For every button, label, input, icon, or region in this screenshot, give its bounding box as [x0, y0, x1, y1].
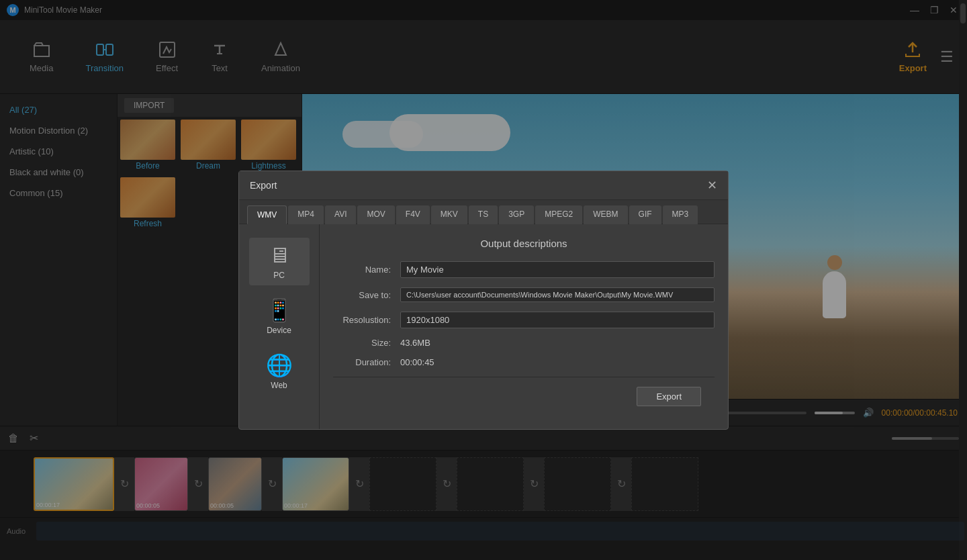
- tab-mp4[interactable]: MP4: [288, 205, 324, 224]
- name-row: Name:: [333, 261, 715, 278]
- tab-mpeg2[interactable]: MPEG2: [535, 205, 582, 224]
- tab-3gp[interactable]: 3GP: [499, 205, 534, 224]
- size-value: 43.6MB: [400, 338, 715, 348]
- web-icon: 🌐: [266, 353, 293, 378]
- dest-web[interactable]: 🌐 Web: [249, 347, 310, 395]
- name-label: Name:: [333, 265, 400, 275]
- duration-row: Duration: 00:00:45: [333, 357, 715, 367]
- size-label: Size:: [333, 338, 400, 348]
- resolution-row: Resolustion: 1920x1080 1280x720 854x480: [333, 312, 715, 328]
- dest-pc[interactable]: 🖥 PC: [249, 238, 310, 285]
- duration-label: Duration:: [333, 357, 400, 367]
- tab-mp3[interactable]: MP3: [663, 205, 698, 224]
- tab-ts[interactable]: TS: [469, 205, 498, 224]
- dialog-body: 🖥 PC 📱 Device 🌐 Web Output descriptions …: [239, 224, 728, 429]
- dest-device[interactable]: 📱 Device: [249, 292, 310, 340]
- device-label: Device: [267, 326, 291, 335]
- export-dialog-button[interactable]: Export: [637, 387, 701, 406]
- duration-value: 00:00:45: [400, 357, 715, 367]
- save-row: Save to:: [333, 287, 715, 302]
- tab-wmv[interactable]: WMV: [247, 205, 287, 224]
- tab-gif[interactable]: GIF: [629, 205, 661, 224]
- dialog-title: Export: [250, 180, 277, 191]
- resolution-label: Resolustion:: [333, 315, 400, 325]
- dialog-header: Export ✕: [239, 171, 728, 200]
- tab-mkv[interactable]: MKV: [431, 205, 467, 224]
- tab-f4v[interactable]: F4V: [396, 205, 430, 224]
- dialog-tabs: WMV MP4 AVI MOV F4V MKV TS 3GP MPEG2 WEB…: [239, 200, 728, 224]
- tab-avi[interactable]: AVI: [325, 205, 356, 224]
- device-icon: 📱: [266, 297, 293, 323]
- export-dialog: Export ✕ WMV MP4 AVI MOV F4V MKV TS 3GP …: [238, 171, 729, 430]
- size-row: Size: 43.6MB: [333, 338, 715, 348]
- web-label: Web: [271, 381, 287, 390]
- dialog-close-button[interactable]: ✕: [707, 178, 717, 193]
- pc-icon: 🖥: [269, 243, 290, 268]
- dialog-destinations: 🖥 PC 📱 Device 🌐 Web: [239, 224, 320, 429]
- tab-mov[interactable]: MOV: [357, 205, 394, 224]
- save-input[interactable]: [400, 287, 715, 302]
- dialog-overlay: Export ✕ WMV MP4 AVI MOV F4V MKV TS 3GP …: [0, 0, 967, 560]
- dialog-form: Output descriptions Name: Save to: Resol…: [320, 224, 728, 429]
- dialog-footer: Export: [333, 377, 715, 416]
- tab-webm[interactable]: WEBM: [584, 205, 627, 224]
- resolution-select[interactable]: 1920x1080 1280x720 854x480: [400, 312, 715, 328]
- name-input[interactable]: [400, 261, 715, 278]
- output-title: Output descriptions: [333, 238, 715, 249]
- pc-label: PC: [273, 271, 285, 280]
- save-label: Save to:: [333, 290, 400, 300]
